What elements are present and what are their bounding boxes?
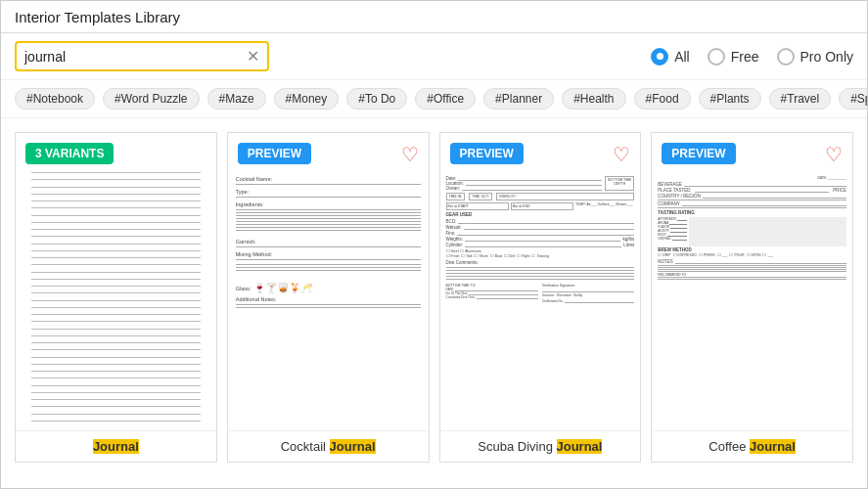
radio-all-label: All [674,49,690,65]
badge-preview-scuba: PREVIEW [450,143,524,164]
page-title: Interior Templates Library [15,9,180,25]
heart-cocktail[interactable]: ♡ [401,143,419,166]
search-box[interactable]: ✕ [15,41,269,71]
badge-preview-coffee: PREVIEW [662,143,735,164]
highlight-scuba: Journal [557,439,603,454]
radio-pro[interactable]: Pro Only [777,48,853,66]
card-title-journal: Journal [93,439,139,454]
card-cocktail[interactable]: PREVIEW ♡ Cocktail Name: Type: Ingredien… [227,132,430,463]
heart-scuba[interactable]: ♡ [613,143,630,166]
header: Interior Templates Library [1,1,867,33]
badge-variants: 3 VARIANTS [25,143,114,164]
card-title-coffee-prefix: Coffee [708,439,750,454]
card-preview-coffee: DATE __________ BEVERAGE PLACE TASTED PR… [652,133,852,430]
highlight-cocktail: Journal [330,439,376,454]
cards-container: 3 VARIANTS [1,118,867,463]
tags-row: #Notebook #Word Puzzle #Maze #Money #To … [1,80,867,118]
card-footer-cocktail: Cocktail Journal [228,430,429,462]
tag-food[interactable]: #Food [634,88,691,110]
card-footer-coffee: Coffee Journal [652,430,852,462]
search-row: ✕ All Free Pro Only [1,33,867,80]
heart-coffee[interactable]: ♡ [825,143,843,166]
card-preview-cocktail: Cocktail Name: Type: Ingredients: Garnis… [228,133,429,430]
clear-search-icon[interactable]: ✕ [247,47,259,66]
card-coffee[interactable]: PREVIEW ♡ DATE __________ BEVERAGE PLACE… [651,132,853,463]
tag-wordpuzzle[interactable]: #Word Puzzle [103,88,199,110]
radio-group: All Free Pro Only [651,48,853,66]
card-preview-scuba: Date: Location: Ocean: BOTTOM TIMEDEPTH … [440,133,641,430]
radio-free-label: Free [731,49,759,65]
tag-plants[interactable]: #Plants [699,88,761,110]
tag-planner[interactable]: #Planner [483,88,554,110]
radio-pro-label: Pro Only [800,49,853,65]
tag-notebook[interactable]: #Notebook [15,88,95,110]
journal-lines [16,133,216,430]
radio-free-circle [708,48,725,66]
card-preview-journal [16,133,216,430]
tag-office[interactable]: #Office [415,88,476,110]
card-footer-journal: Journal [16,430,216,462]
tag-sport[interactable]: #Sport [839,88,867,110]
highlight-coffee: Journal [750,439,796,454]
card-journal[interactable]: 3 VARIANTS [15,132,217,463]
search-input[interactable] [24,49,243,65]
radio-pro-circle [777,48,795,66]
radio-all[interactable]: All [651,48,690,66]
tag-health[interactable]: #Health [562,88,625,110]
tag-maze[interactable]: #Maze [207,88,266,110]
tag-travel[interactable]: #Travel [769,88,832,110]
highlight-journal: Journal [93,439,139,454]
card-title-scuba-prefix: Scuba Diving [478,439,556,454]
radio-all-circle [651,48,668,66]
tag-todo[interactable]: #To Do [346,88,407,110]
card-scuba[interactable]: PREVIEW ♡ Date: Location: Ocean: BOTTOM … [439,132,642,463]
badge-preview-cocktail: PREVIEW [238,143,311,164]
card-title-cocktail-prefix: Cocktail [281,439,330,454]
card-footer-scuba: Scuba Diving Journal [440,430,641,462]
radio-free[interactable]: Free [708,48,759,66]
tag-money[interactable]: #Money [274,88,340,110]
